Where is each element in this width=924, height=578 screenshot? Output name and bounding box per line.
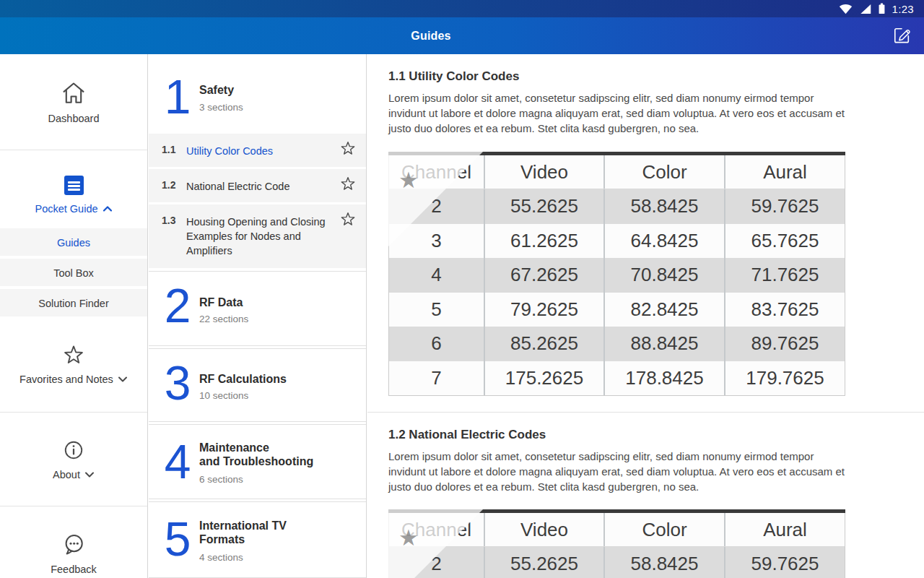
cell-aural: 59.7625 <box>724 547 845 578</box>
feedback-icon <box>62 533 85 556</box>
cell-color: 64.8425 <box>603 224 724 259</box>
table-row: 7 175.2625 178.8425 179.7625 <box>389 361 845 396</box>
cell-video: 67.2625 <box>484 258 603 293</box>
column-header: Aural <box>724 155 845 189</box>
column-header: Channel <box>389 513 484 546</box>
column-header: Video <box>484 155 603 189</box>
cell-aural: 179.7625 <box>724 361 845 396</box>
sidebar: Dashboard Pocket Guide Guides Tool Box S… <box>0 54 148 578</box>
chapter-section-count: 6 sections <box>199 474 243 485</box>
sidebar-item-feedback[interactable]: Feedback <box>0 533 147 575</box>
section-paragraph: Lorem ipsum dolor sit amet, consetetur s… <box>388 90 846 136</box>
cell-aural: 83.7625 <box>724 293 845 327</box>
sidebar-item-dashboard[interactable]: Dashboard <box>0 82 147 124</box>
chapter-title: Safety <box>199 83 234 97</box>
battery-icon <box>878 3 886 14</box>
sidebar-item-about[interactable]: About <box>0 439 147 481</box>
sidebar-item-solution-finder[interactable]: Solution Finder <box>0 289 147 318</box>
section-number: 1.1 <box>162 144 175 155</box>
section-title: National Electric Code <box>186 179 334 194</box>
column-header: Color <box>603 155 724 189</box>
section-number: 1.3 <box>162 215 175 226</box>
cell-color: 58.8425 <box>603 547 724 578</box>
sidebar-item-favorites[interactable]: Favorites and Notes <box>0 345 147 386</box>
frequency-table-1: Channel Video Color Aural 2 55.2625 58.8… <box>388 152 845 396</box>
table-header-row: Channel Video Color Aural <box>389 513 845 547</box>
section-title: Utility Color Codes <box>186 144 334 158</box>
chapter-title: RF Calculations <box>199 372 287 386</box>
sidebar-item-label: Feedback <box>0 564 147 575</box>
table-row: 4 67.2625 70.8425 71.7625 <box>389 258 845 293</box>
sidebar-item-guides[interactable]: Guides <box>0 228 147 257</box>
chapter-2-card[interactable]: 2 RF Data 22 sections <box>149 271 366 346</box>
page-title: Guides <box>411 30 450 43</box>
status-bar: 1:23 <box>0 0 924 17</box>
cell-channel: 6 <box>389 327 484 361</box>
cell-video: 55.2625 <box>484 547 603 578</box>
sidebar-item-label: Pocket Guide <box>35 203 97 215</box>
cell-aural: 59.7625 <box>724 189 845 224</box>
frequency-table-2: Channel Video Color Aural 2 55.2625 58.8… <box>388 509 845 578</box>
cell-video: 79.2625 <box>484 293 603 327</box>
cell-aural: 71.7625 <box>724 258 845 293</box>
sidebar-divider <box>0 412 147 413</box>
favorite-star-icon[interactable] <box>340 212 356 230</box>
column-header: Channel <box>389 155 484 189</box>
edit-icon[interactable] <box>892 25 912 46</box>
chapter-number: 4 <box>159 438 196 486</box>
cell-channel: 4 <box>389 258 484 293</box>
sidebar-item-tool-box[interactable]: Tool Box <box>0 259 147 288</box>
section-item-1-2[interactable]: 1.2 National Electric Code <box>149 169 366 202</box>
table-row: 6 85.2625 88.8425 89.7625 <box>389 327 845 361</box>
cell-video: 175.2625 <box>484 361 603 396</box>
cell-channel: 2 <box>389 547 484 578</box>
section-heading: 1.2 National Electric Codes <box>388 428 546 442</box>
cell-aural: 65.7625 <box>724 224 845 259</box>
favorite-star-icon[interactable] <box>340 176 356 194</box>
chapter-section-count: 4 sections <box>199 552 243 563</box>
chapter-4-card[interactable]: 4 Maintenance and Troubleshooting 6 sect… <box>149 424 366 499</box>
cell-channel: 5 <box>389 293 484 327</box>
chevron-down-icon <box>118 376 128 383</box>
sidebar-item-label: Solution Finder <box>38 298 109 309</box>
sidebar-item-label: Favorites and Notes <box>19 374 113 385</box>
table-header-row: Channel Video Color Aural <box>389 155 845 189</box>
cellular-signal-icon <box>859 4 871 14</box>
wifi-icon <box>839 4 853 14</box>
table-row: 2 55.2625 58.8425 59.7625 <box>389 547 845 578</box>
chevron-up-icon <box>103 205 113 212</box>
sidebar-item-label: Tool Box <box>53 267 94 279</box>
cell-color: 88.8425 <box>603 327 724 361</box>
favorite-star-icon[interactable] <box>340 141 356 159</box>
table-row: 3 61.2625 64.8425 65.7625 <box>389 224 845 259</box>
sidebar-item-label: About <box>53 469 80 480</box>
app-screen: 1:23 Guides Dashboard Pocket Guide <box>0 0 924 578</box>
section-title: Housing Opening and Closing Examples for… <box>186 215 334 258</box>
home-icon <box>61 82 86 105</box>
cell-video: 55.2625 <box>484 189 603 224</box>
chapter-5-card[interactable]: 5 International TV Formats 4 sections <box>149 501 366 578</box>
section-item-1-1[interactable]: 1.1 Utility Color Codes <box>149 134 366 167</box>
sidebar-divider <box>0 506 147 506</box>
chapter-number: 2 <box>159 282 196 329</box>
section-paragraph: Lorem ipsum dolor sit amet, consetetur s… <box>388 449 846 494</box>
chevron-down-icon <box>84 471 95 478</box>
star-icon <box>63 345 84 366</box>
info-icon <box>63 439 84 461</box>
sidebar-item-pocket-guide[interactable]: Pocket Guide <box>0 176 147 215</box>
chapter-number: 5 <box>159 515 196 563</box>
chapter-section-count: 10 sections <box>199 390 248 401</box>
cell-channel: 7 <box>389 361 484 396</box>
menu-icon <box>64 176 84 195</box>
cell-video: 61.2625 <box>484 224 603 259</box>
chapter-number: 1 <box>159 73 196 121</box>
chapter-3-card[interactable]: 3 RF Calculations 10 sections <box>149 348 366 422</box>
cell-aural: 89.7625 <box>724 327 845 361</box>
chapter-list: 1 Safety 3 sections 1.1 Utility Color Co… <box>149 54 367 578</box>
section-item-1-3[interactable]: 1.3 Housing Opening and Closing Examples… <box>149 204 366 268</box>
table-row: 2 55.2625 58.8425 59.7625 <box>389 189 845 224</box>
section-number: 1.2 <box>162 179 175 191</box>
chapter-title: Maintenance and Troubleshooting <box>199 441 313 468</box>
column-header: Video <box>484 513 603 546</box>
cell-color: 82.8425 <box>603 293 724 327</box>
